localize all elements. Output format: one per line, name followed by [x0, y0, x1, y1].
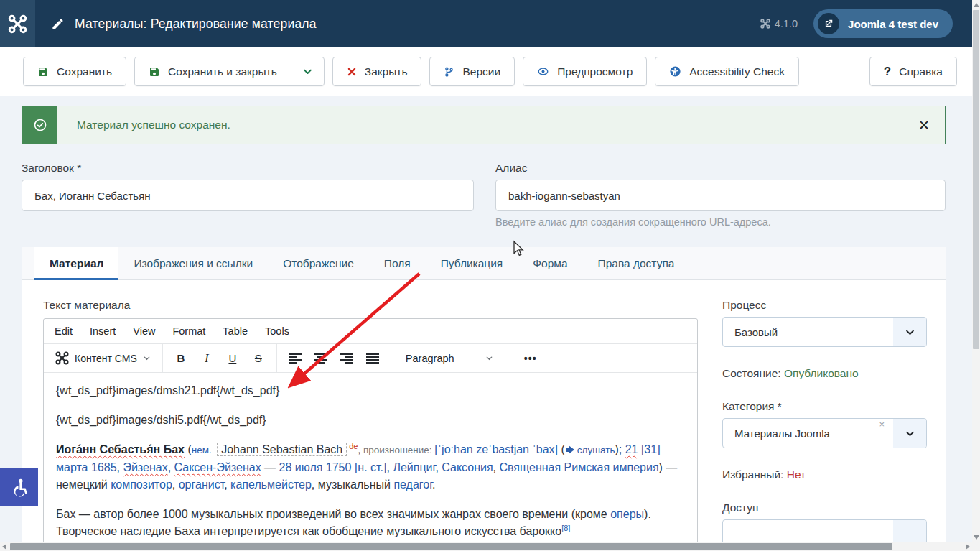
clear-selection-icon[interactable]: ×: [879, 419, 893, 448]
text-segment: педагог: [393, 478, 432, 491]
paragraph-format-label: Paragraph: [406, 353, 454, 364]
tab-form[interactable]: Форма: [518, 247, 582, 279]
joomla-version-icon: [760, 19, 770, 29]
editor-content[interactable]: {wt_ds_pdf}images/dmsh21.pdf{/wt_ds_pdf}…: [44, 373, 697, 550]
bold-button[interactable]: B: [169, 348, 193, 369]
underline-button[interactable]: U: [220, 348, 245, 369]
editor-paragraph-works: Бах — автор более 1000 музыкальных произ…: [56, 506, 685, 540]
chevron-down-icon: [143, 354, 151, 362]
tab-material[interactable]: Материал: [34, 247, 118, 279]
save-button[interactable]: Сохранить: [23, 57, 126, 86]
editor-line-pdf1: {wt_ds_pdf}images/dmsh21.pdf{/wt_ds_pdf}: [56, 382, 685, 399]
save-icon: [149, 66, 160, 78]
strikethrough-button[interactable]: S: [246, 348, 271, 369]
accessibility-fab[interactable]: [0, 468, 38, 506]
process-select[interactable]: Базовый: [722, 317, 927, 347]
preview-button-label: Предпросмотр: [557, 65, 633, 78]
title-input[interactable]: [22, 180, 474, 211]
tab-fields[interactable]: Поля: [369, 247, 426, 279]
menu-item-edit[interactable]: Edit: [55, 325, 73, 337]
eye-icon: [537, 66, 549, 77]
text-segment: Эйзенах: [123, 461, 167, 473]
horizontal-scrollbar[interactable]: [0, 542, 972, 551]
tab-publishing[interactable]: Публикация: [426, 247, 518, 279]
accessibility-check-button[interactable]: Accessibility Check: [655, 57, 799, 86]
question-icon: ?: [884, 65, 891, 79]
chevron-down-icon: [302, 66, 313, 77]
align-right-button[interactable]: [335, 348, 359, 369]
text-segment: de: [349, 442, 358, 450]
text-segment: ,: [435, 461, 442, 473]
speaker-icon: [566, 445, 576, 454]
main-content: Материал успешно сохранен. ✕ Заголовок *…: [22, 106, 946, 550]
text-segment: [8]: [561, 524, 570, 532]
state-label: Состояние:: [722, 367, 781, 379]
scroll-up-arrow[interactable]: [974, 3, 979, 7]
menu-item-insert[interactable]: Insert: [90, 325, 116, 337]
save-close-button[interactable]: Сохранить и закрыть: [135, 57, 291, 85]
editor-label: Текст материала: [43, 299, 698, 312]
close-button[interactable]: Закрыть: [332, 57, 422, 86]
menu-item-format[interactable]: Format: [172, 325, 205, 337]
align-left-button[interactable]: [283, 348, 307, 369]
scroll-left-arrow[interactable]: [2, 544, 6, 550]
save-icon: [37, 66, 49, 78]
text-segment: нем.: [192, 445, 212, 455]
process-select-value: Базовый: [723, 318, 893, 346]
alias-input[interactable]: [495, 180, 946, 211]
text-segment: Бах — автор более 1000 музыкальных произ…: [56, 508, 610, 520]
scroll-right-arrow[interactable]: [966, 544, 970, 550]
more-toolbar-button[interactable]: •••: [514, 348, 547, 369]
justify-button[interactable]: [360, 348, 385, 369]
versions-button-label: Версии: [462, 65, 500, 78]
help-button-label: Справка: [899, 65, 943, 78]
text-segment: [н. ст.]: [355, 461, 387, 473]
category-select-value: Материалы Joomla: [723, 419, 879, 448]
publish-sidebar: Процесс Базовый Состояние: Опубликовано …: [722, 299, 927, 550]
text-segment: композитор: [111, 478, 172, 491]
menu-item-tools[interactable]: Tools: [265, 325, 289, 337]
save-close-dropdown-toggle[interactable]: [291, 57, 324, 85]
category-select[interactable]: Материалы Joomla ×: [722, 418, 927, 448]
italic-button[interactable]: I: [195, 348, 219, 369]
alert-close-button[interactable]: ✕: [903, 106, 945, 144]
align-center-icon: [314, 353, 327, 364]
text-segment: Johann Sebastian Bach: [217, 443, 347, 456]
env-button-label: Joomla 4 test dev: [848, 18, 938, 30]
vertical-scrollbar[interactable]: [972, 0, 980, 542]
tab-permissions[interactable]: Права доступа: [583, 247, 690, 279]
text-segment: Саксония: [442, 461, 493, 473]
tab-display[interactable]: Отображение: [268, 247, 369, 279]
text-segment: —: [261, 461, 279, 473]
text-segment: оперы: [610, 508, 644, 520]
version-text: 4.1.0: [775, 18, 798, 29]
scrollbar-corner: [972, 542, 980, 551]
menu-item-table[interactable]: Table: [223, 325, 248, 337]
joomla-logo-button[interactable]: [0, 0, 35, 47]
save-close-split-button: Сохранить и закрыть: [134, 57, 325, 86]
align-right-icon: [340, 353, 353, 364]
close-x-icon: [347, 67, 357, 77]
vertical-scrollbar-thumb[interactable]: [973, 10, 979, 349]
scroll-down-arrow[interactable]: [974, 535, 979, 540]
help-button[interactable]: ? Справка: [869, 57, 957, 86]
chevron-down-icon: [893, 318, 926, 346]
horizontal-scrollbar-thumb[interactable]: [10, 543, 892, 550]
align-center-button[interactable]: [309, 348, 333, 369]
title-field-label: Заголовок *: [22, 162, 474, 175]
versions-button[interactable]: Версии: [429, 57, 515, 86]
text-segment: .: [432, 478, 435, 491]
preview-button[interactable]: Предпросмотр: [523, 57, 647, 86]
text-segment: , музыкальный: [312, 478, 394, 491]
joomla-cms-icon: [55, 351, 69, 365]
tab-images-links[interactable]: Изображения и ссылки: [118, 247, 268, 279]
paragraph-format-select[interactable]: Paragraph: [397, 348, 502, 369]
rich-text-editor: Edit Insert View Format Table Tools: [43, 318, 698, 550]
menu-item-view[interactable]: View: [133, 325, 155, 337]
cms-content-button[interactable]: Контент CMS: [50, 348, 157, 369]
env-button[interactable]: Joomla 4 test dev: [813, 9, 953, 38]
cms-content-label: Контент CMS: [75, 353, 137, 364]
close-button-label: Закрыть: [365, 65, 408, 78]
editor-toolbar: Контент CMS B I U S: [44, 344, 697, 373]
text-segment: Священная Римская империя: [499, 461, 658, 473]
